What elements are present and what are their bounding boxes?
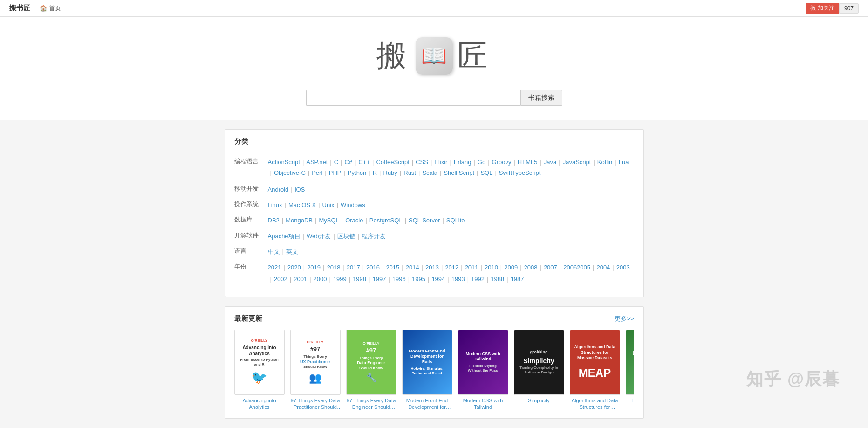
cat-link-lua[interactable]: Lua	[619, 157, 629, 167]
cat-link-shellscript[interactable]: Shell Script	[444, 167, 474, 179]
cat-link-groovy[interactable]: Groovy	[492, 157, 512, 167]
category-row-db: 数据库 DB2| MongoDB| MySQL| Oracle| Postgre…	[234, 215, 634, 226]
cat-link-2002[interactable]: 2002	[274, 274, 287, 284]
cat-link-swift[interactable]: Swift	[499, 167, 512, 179]
logo-book-icon: 📖	[416, 37, 453, 75]
cat-link-html5[interactable]: HTML5	[518, 157, 538, 167]
book-item[interactable]: Algorithms and Data Structures for Massi…	[570, 330, 620, 411]
cat-link-2005[interactable]: 2005	[577, 262, 590, 274]
cat-link-1987[interactable]: 1987	[511, 274, 524, 284]
cat-link-webdev[interactable]: Web开发	[307, 231, 331, 242]
cat-link-1997[interactable]: 1997	[372, 274, 386, 284]
cat-link-2021[interactable]: 2021	[268, 262, 281, 274]
cat-link-typescript[interactable]: TypeScript	[512, 167, 540, 179]
cat-link-scala[interactable]: Scala	[422, 167, 437, 179]
cat-link-css[interactable]: CSS	[416, 157, 428, 167]
cat-link-1993[interactable]: 1993	[451, 274, 465, 284]
cat-link-kotlin[interactable]: Kotlin	[597, 157, 613, 167]
cat-link-erlang[interactable]: Erlang	[454, 157, 472, 167]
cat-link-2015[interactable]: 2015	[386, 262, 399, 274]
cat-link-2001[interactable]: 2001	[294, 274, 307, 284]
cat-link-ruby[interactable]: Ruby	[383, 167, 397, 179]
cat-link-go[interactable]: Go	[478, 157, 485, 167]
cat-link-1996[interactable]: 1996	[392, 274, 406, 284]
cat-link-2003[interactable]: 2003	[616, 262, 630, 274]
cat-link-2013[interactable]: 2013	[425, 262, 439, 274]
cat-link-2011[interactable]: 2011	[465, 262, 478, 274]
cat-link-db2[interactable]: DB2	[268, 215, 280, 226]
cat-link-cpp[interactable]: C++	[358, 157, 370, 167]
category-row-os: 操作系统 Linux| Mac OS X| Unix| Windows	[234, 200, 634, 210]
cat-link-2020[interactable]: 2020	[287, 262, 301, 274]
cat-link-actionscript[interactable]: ActionScript	[268, 157, 300, 167]
cat-link-python[interactable]: Python	[348, 167, 366, 179]
cat-link-2014[interactable]: 2014	[406, 262, 419, 274]
book-item[interactable]: O'REILLY Advancing into Analytics From E…	[234, 330, 285, 411]
cat-link-1998[interactable]: 1998	[353, 274, 366, 284]
search-button[interactable]: 书籍搜索	[520, 90, 562, 106]
cat-link-mongodb[interactable]: MongoDB	[286, 215, 313, 226]
cat-link-r[interactable]: R	[373, 167, 377, 179]
cat-link-c[interactable]: C	[334, 157, 338, 167]
cat-link-linux[interactable]: Linux	[268, 200, 282, 210]
cat-link-2008[interactable]: 2008	[524, 262, 538, 274]
cat-link-english[interactable]: 英文	[286, 246, 298, 257]
home-link[interactable]: 🏠 首页	[40, 4, 61, 13]
cat-link-1999[interactable]: 1999	[333, 274, 347, 284]
cat-link-javascript[interactable]: JavaScript	[563, 157, 591, 167]
cat-link-unix[interactable]: Unix	[322, 200, 335, 210]
cat-link-aspnet[interactable]: ASP.net	[306, 157, 328, 167]
book-item[interactable]: Let's Go Further 🐹 Let's Go Further	[626, 330, 634, 411]
cat-link-2004[interactable]: 2004	[596, 262, 610, 274]
updates-header: 最新更新 更多>>	[234, 314, 634, 323]
book-title: Let's Go Further	[626, 397, 634, 404]
cat-link-2019[interactable]: 2019	[307, 262, 321, 274]
cat-link-2010[interactable]: 2010	[485, 262, 498, 274]
cat-link-php[interactable]: PHP	[329, 167, 342, 179]
cat-link-ios[interactable]: iOS	[295, 184, 305, 195]
cat-link-progdev[interactable]: 程序开发	[362, 231, 386, 242]
book-cover-modern-css: Modern CSS with Tailwind Flexible Stylin…	[458, 330, 508, 395]
cat-link-oracle[interactable]: Oracle	[345, 215, 363, 226]
cat-link-2009[interactable]: 2009	[504, 262, 518, 274]
book-item[interactable]: O'REILLY #97 Things Every UX Practitione…	[290, 330, 341, 411]
cat-link-perl[interactable]: Perl	[312, 167, 322, 179]
cat-link-2012[interactable]: 2012	[445, 262, 458, 274]
cat-link-1992[interactable]: 1992	[471, 274, 485, 284]
cat-link-1994[interactable]: 1994	[431, 274, 445, 284]
cat-link-2000[interactable]: 2000	[314, 274, 327, 284]
book-item[interactable]: grokking Simplicity Taming Complexity in…	[514, 330, 564, 411]
cat-link-csharp[interactable]: C#	[344, 157, 352, 167]
cat-link-postgresql[interactable]: PostgreSQL	[369, 215, 403, 226]
cat-link-java[interactable]: Java	[544, 157, 556, 167]
cat-link-macos[interactable]: Mac OS X	[288, 200, 316, 210]
cat-link-2007[interactable]: 2007	[544, 262, 557, 274]
cat-link-2017[interactable]: 2017	[347, 262, 360, 274]
cat-link-2016[interactable]: 2016	[366, 262, 380, 274]
cat-link-mysql[interactable]: MySQL	[319, 215, 339, 226]
book-item[interactable]: Modern Front-End Development for Rails H…	[402, 330, 452, 411]
cat-link-android[interactable]: Android	[268, 184, 289, 195]
more-link[interactable]: 更多>>	[615, 315, 634, 323]
hero-section: 搬 📖 匠 书籍搜索	[0, 17, 868, 120]
cat-link-sqlite[interactable]: SQLite	[446, 215, 465, 226]
cat-link-objc[interactable]: Objective-C	[274, 167, 306, 179]
cat-link-2006[interactable]: 2006	[563, 262, 577, 274]
category-row-mobile: 移动开发 Android| iOS	[234, 184, 634, 195]
cat-link-coffeescript[interactable]: CoffeeScript	[376, 157, 409, 167]
cat-link-sql[interactable]: SQL	[480, 167, 492, 179]
cat-link-windows[interactable]: Windows	[341, 200, 365, 210]
book-item[interactable]: Modern CSS with Tailwind Flexible Stylin…	[458, 330, 508, 411]
cat-link-1988[interactable]: 1988	[491, 274, 504, 284]
book-item[interactable]: O'REILLY #97 Things Every Data Engineer …	[346, 330, 396, 411]
cat-link-elixir[interactable]: Elixir	[434, 157, 447, 167]
cat-link-chinese[interactable]: 中文	[268, 246, 280, 257]
follow-button[interactable]: 微 加关注	[806, 3, 839, 14]
cat-link-1995[interactable]: 1995	[412, 274, 425, 284]
search-input[interactable]	[306, 90, 520, 106]
cat-link-apache[interactable]: Apache项目	[268, 231, 301, 242]
cat-link-2018[interactable]: 2018	[327, 262, 340, 274]
cat-link-rust[interactable]: Rust	[403, 167, 416, 179]
cat-link-blockchain[interactable]: 区块链	[337, 231, 355, 242]
cat-link-sqlserver[interactable]: SQL Server	[409, 215, 440, 226]
